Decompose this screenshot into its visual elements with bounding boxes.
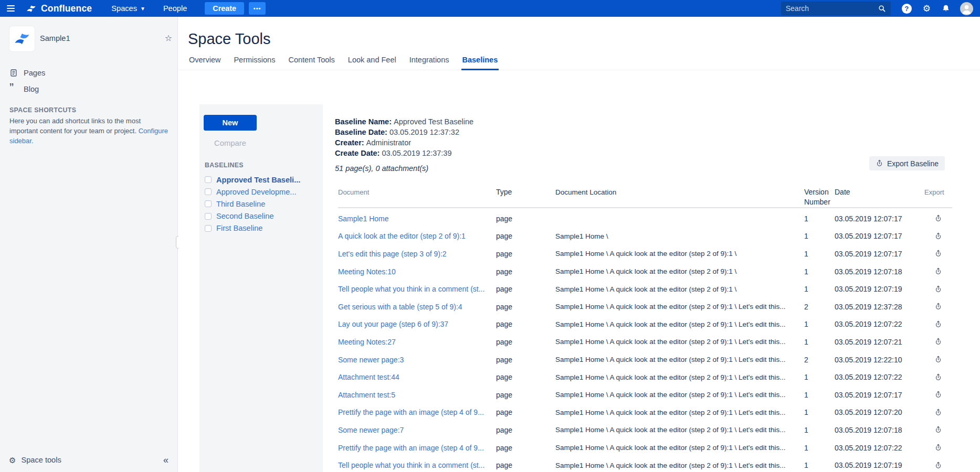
baseline-item[interactable]: First Baseline [199, 222, 323, 234]
baseline-checkbox[interactable] [205, 200, 212, 207]
baseline-link[interactable]: First Baseline [216, 224, 262, 232]
tab[interactable]: Overview [188, 56, 222, 70]
export-row-icon[interactable] [934, 391, 942, 399]
document-link[interactable]: Tell people what you think in a comment … [338, 285, 484, 293]
document-link[interactable]: A quick look at the editor (step 2 of 9)… [338, 232, 466, 240]
space-name: Sample1 [40, 34, 70, 42]
table-row: Meeting Notes:10 page Sample1 Home \ A q… [338, 263, 952, 281]
confluence-logo[interactable]: Confluence [26, 3, 92, 14]
baseline-link[interactable]: Second Baseline [216, 212, 274, 220]
search-input[interactable] [786, 4, 878, 13]
space-tools-footer[interactable]: ⚙ Space tools « [0, 448, 177, 472]
tab[interactable]: Content Tools [287, 56, 335, 70]
baseline-link[interactable]: Approved Test Baseli... [216, 176, 300, 184]
baseline-link[interactable]: Approved Developme... [216, 188, 297, 196]
export-row-icon[interactable] [934, 250, 942, 258]
location-cell: Sample1 Home \ A quick look at the edito… [555, 373, 804, 381]
export-row-icon[interactable] [934, 426, 942, 434]
export-row-icon[interactable] [934, 356, 942, 363]
export-row-icon[interactable] [934, 444, 942, 452]
top-navigation-bar: Confluence Spaces ▼ People ▼ Create ••• … [0, 0, 980, 17]
export-baseline-label: Export Baseline [887, 159, 939, 168]
location-cell: Sample1 Home \ A quick look at the edito… [555, 250, 804, 258]
date-cell: 03.05.2019 12:07:21 [835, 338, 924, 346]
column-type: Type [496, 187, 555, 207]
date-cell: 03.05.2019 12:07:19 [835, 285, 924, 293]
baseline-checkbox[interactable] [205, 225, 212, 232]
export-row-icon[interactable] [934, 338, 942, 346]
baseline-item[interactable]: Approved Developme... [199, 186, 323, 198]
export-row-icon[interactable] [934, 303, 942, 310]
type-cell: page [496, 444, 555, 452]
tab[interactable]: Permissions [233, 56, 276, 70]
baseline-item[interactable]: Third Baseline [199, 198, 323, 210]
hamburger-menu-icon[interactable] [7, 5, 15, 12]
more-actions-button[interactable]: ••• [249, 2, 266, 15]
baseline-item[interactable]: Second Baseline [199, 210, 323, 222]
document-link[interactable]: Sample1 Home [338, 214, 389, 223]
document-link[interactable]: Prettify the page with an image (step 4 … [338, 444, 484, 452]
type-cell: page [496, 356, 555, 364]
export-row-icon[interactable] [934, 232, 942, 240]
export-row-icon[interactable] [934, 373, 942, 381]
tab[interactable]: Integrations [408, 56, 450, 70]
baseline-checkbox[interactable] [205, 213, 212, 220]
new-baseline-button[interactable]: New [204, 115, 257, 131]
document-link[interactable]: Meeting Notes:27 [338, 338, 396, 346]
baseline-details: Baseline Name:Approved Test Baseline Bas… [335, 116, 473, 174]
export-row-icon[interactable] [934, 409, 942, 416]
sidebar-item-pages[interactable]: Pages [9, 67, 172, 79]
create-button[interactable]: Create [205, 2, 244, 15]
location-cell: Sample1 Home \ A quick look at the edito… [555, 426, 804, 434]
notifications-bell-icon[interactable] [942, 4, 950, 13]
baseline-checkbox[interactable] [205, 188, 212, 195]
document-link[interactable]: Get serious with a table (step 5 of 9):4 [338, 303, 462, 311]
date-cell: 03.05.2019 12:07:17 [835, 250, 924, 258]
tab[interactable]: Baselines [461, 56, 499, 70]
confluence-app: Confluence Spaces ▼ People ▼ Create ••• … [0, 0, 980, 472]
document-link[interactable]: Some newer page:3 [338, 356, 404, 364]
compare-button[interactable]: Compare [204, 139, 257, 147]
type-cell: page [496, 285, 555, 293]
document-link[interactable]: Attachment test:5 [338, 391, 395, 399]
export-row-icon[interactable] [934, 214, 942, 222]
document-link[interactable]: Some newer page:7 [338, 426, 404, 434]
location-cell: Sample1 Home \ A quick look at the edito… [555, 303, 804, 310]
date-cell: 03.05.2019 12:07:17 [835, 214, 924, 223]
export-row-icon[interactable] [934, 285, 942, 293]
document-link[interactable]: Lay out your page (step 6 of 9):37 [338, 320, 448, 328]
baselines-list: Approved Test Baseli... Approved Develop… [199, 174, 323, 234]
baseline-link[interactable]: Third Baseline [216, 200, 265, 208]
topbar-nav-item[interactable]: People ▼ [163, 4, 187, 13]
favourite-star-icon[interactable]: ☆ [165, 33, 172, 43]
document-link[interactable]: Tell people what you think in a comment … [338, 461, 484, 469]
document-link[interactable]: Attachment test:44 [338, 373, 399, 381]
location-cell: Sample1 Home \ A quick look at the edito… [555, 356, 804, 363]
search-box[interactable] [781, 2, 891, 15]
user-avatar[interactable] [960, 2, 973, 15]
document-link[interactable]: Prettify the page with an image (step 4 … [338, 408, 484, 416]
column-document-location: Document Location [555, 187, 804, 207]
space-header: Sample1 ☆ [9, 26, 172, 51]
baseline-item[interactable]: Approved Test Baseli... [199, 174, 323, 186]
sidebar-item-blog[interactable]: ” Blog [9, 83, 172, 95]
collapse-sidebar-icon[interactable]: « [163, 455, 168, 466]
settings-gear-icon[interactable]: ⚙ [923, 4, 931, 13]
topbar-nav-item[interactable]: Spaces ▼ [111, 4, 145, 13]
export-row-icon[interactable] [934, 320, 942, 328]
export-baseline-button[interactable]: Export Baseline [869, 156, 945, 170]
space-logo[interactable] [9, 26, 35, 51]
detail-value: 03.05.2019 12:37:32 [389, 128, 459, 136]
document-link[interactable]: Meeting Notes:10 [338, 267, 396, 276]
export-icon [876, 159, 883, 167]
help-icon[interactable]: ? [902, 4, 912, 14]
baseline-checkbox[interactable] [205, 176, 212, 183]
document-link[interactable]: Let's edit this page (step 3 of 9):2 [338, 250, 447, 258]
export-row-icon[interactable] [934, 267, 942, 275]
tab[interactable]: Look and Feel [347, 56, 397, 70]
export-row-icon[interactable] [934, 462, 942, 469]
date-cell: 03.05.2019 12:07:20 [835, 408, 924, 416]
type-cell: page [496, 391, 555, 399]
detail-value: Approved Test Baseline [394, 117, 473, 126]
location-cell: Sample1 Home \ A quick look at the edito… [555, 285, 804, 293]
